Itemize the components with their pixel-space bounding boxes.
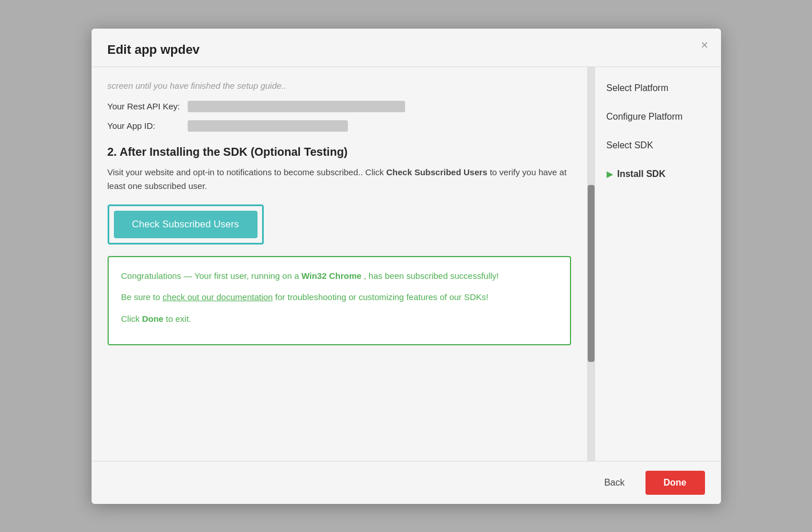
- close-button[interactable]: ×: [701, 39, 708, 52]
- section2-desc-text1: Visit your website and opt-in to notific…: [108, 167, 384, 177]
- sidebar: Select Platform Configure Platform Selec…: [595, 67, 721, 461]
- app-id-row: Your App ID:: [108, 120, 571, 132]
- sidebar-item-label: Install SDK: [617, 169, 666, 179]
- back-button[interactable]: Back: [593, 472, 636, 494]
- rest-api-row: Your Rest API Key:: [108, 101, 571, 112]
- success-line3-text2: to exit.: [166, 314, 191, 324]
- truncated-text: screen until you have finished the setup…: [108, 81, 571, 90]
- sidebar-item-configure-platform[interactable]: Configure Platform: [607, 112, 710, 122]
- modal-body: screen until you have finished the setup…: [92, 67, 721, 461]
- done-button[interactable]: Done: [645, 471, 705, 495]
- success-line2-text1: Be sure to: [121, 292, 160, 302]
- success-line1-text1: Congratulations — Your first user, runni…: [121, 271, 299, 281]
- sidebar-item-label: Select SDK: [607, 140, 653, 151]
- check-subscribed-users-button[interactable]: Check Subscribed Users: [114, 211, 258, 238]
- modal-header: Edit app wpdev ×: [92, 29, 721, 67]
- success-doc-link[interactable]: check out our documentation: [163, 292, 273, 302]
- app-id-value: [188, 120, 348, 132]
- rest-api-value: [188, 101, 405, 112]
- sidebar-item-select-sdk[interactable]: Select SDK: [607, 140, 710, 151]
- scrollbar-thumb[interactable]: [588, 185, 595, 362]
- app-id-label: Your App ID:: [108, 121, 182, 131]
- scrollbar[interactable]: [587, 67, 595, 461]
- success-line1: Congratulations — Your first user, runni…: [121, 269, 557, 283]
- section2-desc-link-text: Check Subscribed Users: [386, 167, 488, 177]
- success-line1-text2: , has been subscribed successfully!: [364, 271, 499, 281]
- success-box: Congratulations — Your first user, runni…: [108, 256, 571, 346]
- success-line2-text2: for troubleshooting or customizing featu…: [275, 292, 489, 302]
- check-btn-container: Check Subscribed Users: [108, 204, 264, 245]
- modal: Edit app wpdev × screen until you have f…: [92, 29, 721, 504]
- sidebar-item-install-sdk[interactable]: ▶ Install SDK: [607, 169, 710, 179]
- success-line2: Be sure to check out our documentation f…: [121, 290, 557, 305]
- sidebar-item-label: Select Platform: [607, 83, 668, 93]
- success-line1-bold: Win32 Chrome: [302, 271, 362, 281]
- arrow-icon: ▶: [607, 170, 613, 179]
- success-line3: Click Done to exit.: [121, 312, 557, 326]
- success-line3-text1: Click: [121, 314, 140, 324]
- sidebar-item-label: Configure Platform: [607, 112, 683, 122]
- section2-heading: 2. After Installing the SDK (Optional Te…: [108, 145, 571, 159]
- modal-overlay: Edit app wpdev × screen until you have f…: [0, 0, 812, 532]
- main-content: screen until you have finished the setup…: [92, 67, 587, 461]
- modal-footer: Back Done: [92, 461, 721, 504]
- sidebar-item-select-platform[interactable]: Select Platform: [607, 83, 710, 93]
- success-line3-bold: Done: [142, 314, 164, 324]
- modal-title: Edit app wpdev: [108, 42, 705, 57]
- section2-desc: Visit your website and opt-in to notific…: [108, 165, 571, 193]
- rest-api-label: Your Rest API Key:: [108, 101, 182, 111]
